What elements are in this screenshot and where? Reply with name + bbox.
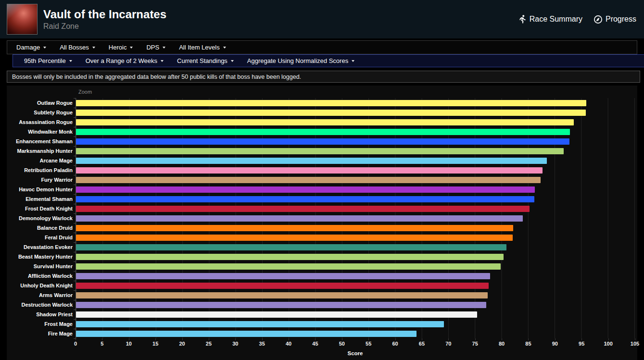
bar-fury-warrior[interactable]: [76, 177, 541, 183]
x-label-70: 70: [445, 341, 451, 347]
bar-arms-warrior[interactable]: [76, 292, 488, 298]
rankings-chart: Zoom Outlaw RogueSubtlety RogueAssassina…: [7, 86, 637, 360]
bar-enhancement-shaman[interactable]: [76, 138, 569, 145]
progress-link[interactable]: Progress: [594, 15, 636, 24]
x-label-50: 50: [339, 341, 345, 347]
y-label-balance-druid[interactable]: Balance Druid: [7, 223, 73, 233]
y-axis-tick: [74, 204, 76, 204]
notice-bar: Bosses will only be included in the aggr…: [7, 71, 640, 83]
bar-affliction-warlock[interactable]: [76, 273, 490, 279]
x-label-5: 5: [101, 341, 103, 347]
y-label-fury-warrior[interactable]: Fury Warrior: [7, 175, 73, 185]
y-label-havoc-demon-hunter[interactable]: Havoc Demon Hunter: [7, 185, 73, 194]
bar-frost-death-knight[interactable]: [76, 206, 530, 212]
menu-dps[interactable]: DPS: [139, 41, 172, 54]
x-label-90: 90: [552, 341, 558, 347]
bar-subtlety-rogue[interactable]: [76, 110, 586, 116]
y-label-demonology-warlock[interactable]: Demonology Warlock: [7, 213, 73, 223]
x-axis-tick: [528, 338, 529, 340]
zone-titles: Vault of the Incarnates Raid Zone: [43, 8, 166, 31]
y-label-subtlety-rogue[interactable]: Subtlety Rogue: [7, 108, 73, 117]
caret-down-icon: [352, 60, 354, 62]
bar-arcane-mage[interactable]: [76, 158, 547, 164]
y-label-affliction-warlock[interactable]: Affliction Warlock: [7, 271, 73, 281]
menu-damage[interactable]: Damage: [10, 41, 53, 54]
bar-windwalker-monk[interactable]: [76, 129, 570, 135]
bar-outlaw-rogue[interactable]: [76, 100, 586, 106]
y-label-outlaw-rogue[interactable]: Outlaw Rogue: [7, 98, 73, 108]
y-label-retribution-paladin[interactable]: Retribution Paladin: [7, 165, 73, 175]
menu-percentile[interactable]: 95th Percentile: [17, 55, 79, 67]
bar-balance-druid[interactable]: [76, 225, 513, 231]
menu-aggregate-mode[interactable]: Aggregate Using Normalized Scores: [240, 55, 361, 67]
y-label-enhancement-shaman[interactable]: Enhancement Shaman: [7, 137, 73, 146]
menu-current-standings[interactable]: Current Standings: [170, 55, 240, 67]
menu-date-range-label: Over a Range of 2 Weeks: [86, 57, 157, 64]
y-axis-tick: [74, 233, 76, 233]
bar-feral-druid[interactable]: [76, 235, 513, 241]
y-label-shadow-priest[interactable]: Shadow Priest: [7, 310, 73, 319]
x-axis-tick: [475, 338, 476, 340]
x-label-20: 20: [179, 341, 185, 347]
bar-shadow-priest[interactable]: [76, 311, 477, 318]
bar-destruction-warlock[interactable]: [76, 302, 486, 308]
bar-survival-hunter[interactable]: [76, 263, 501, 270]
y-axis-tick: [74, 156, 76, 156]
bar-demonology-warlock[interactable]: [76, 215, 523, 222]
bar-retribution-paladin[interactable]: [76, 167, 543, 174]
bar-frost-mage[interactable]: [76, 321, 444, 327]
x-axis-tick: [262, 338, 263, 340]
primary-menubar: Damage All Bosses Heroic DPS All Item Le…: [7, 40, 637, 54]
y-axis-tick: [74, 98, 76, 99]
x-axis-labels: 0510152025303540455055606570758085909510…: [76, 341, 635, 348]
y-label-frost-mage[interactable]: Frost Mage: [7, 319, 73, 329]
menu-all-bosses-label: All Bosses: [60, 44, 89, 51]
bar-unholy-death-knight[interactable]: [76, 283, 489, 289]
y-label-feral-druid[interactable]: Feral Druid: [7, 233, 73, 242]
x-axis-tick: [422, 338, 422, 340]
y-label-windwalker-monk[interactable]: Windwalker Monk: [7, 127, 73, 137]
bar-assassination-rogue[interactable]: [76, 119, 574, 125]
x-axis-tick: [608, 338, 609, 340]
y-axis-tick: [74, 127, 76, 127]
y-label-unholy-death-knight[interactable]: Unholy Death Knight: [7, 281, 73, 290]
y-label-survival-hunter[interactable]: Survival Hunter: [7, 261, 73, 271]
menu-all-bosses[interactable]: All Bosses: [53, 41, 102, 54]
x-axis-tick: [502, 338, 502, 340]
y-label-arms-warrior[interactable]: Arms Warrior: [7, 290, 73, 300]
notice-text: Bosses will only be included in the aggr…: [12, 74, 301, 80]
y-axis-tick: [74, 290, 76, 291]
y-axis-tick: [74, 185, 76, 185]
bar-devastation-evoker[interactable]: [76, 244, 506, 250]
y-axis-tick: [74, 300, 76, 300]
x-axis-tick: [129, 338, 129, 340]
x-axis-tick: [182, 338, 183, 340]
y-axis-tick: [74, 252, 76, 252]
bar-marksmanship-hunter[interactable]: [76, 148, 564, 154]
y-axis-tick: [74, 223, 76, 223]
y-label-devastation-evoker[interactable]: Devastation Evoker: [7, 242, 73, 252]
y-label-destruction-warlock[interactable]: Destruction Warlock: [7, 300, 73, 310]
menu-heroic[interactable]: Heroic: [102, 41, 140, 54]
menu-dps-label: DPS: [146, 44, 159, 51]
x-label-40: 40: [286, 341, 291, 347]
y-label-elemental-shaman[interactable]: Elemental Shaman: [7, 194, 73, 204]
bar-beast-mastery-hunter[interactable]: [76, 254, 504, 260]
bar-havoc-demon-hunter[interactable]: [76, 186, 535, 193]
menu-percentile-label: 95th Percentile: [24, 57, 66, 64]
y-label-assassination-rogue[interactable]: Assassination Rogue: [7, 117, 73, 127]
race-summary-link[interactable]: Race Summary: [519, 15, 582, 24]
bar-fire-mage[interactable]: [76, 331, 417, 337]
y-label-marksmanship-hunter[interactable]: Marksmanship Hunter: [7, 146, 73, 156]
y-label-fire-mage[interactable]: Fire Mage: [7, 329, 73, 338]
menu-date-range[interactable]: Over a Range of 2 Weeks: [79, 55, 170, 67]
y-label-frost-death-knight[interactable]: Frost Death Knight: [7, 204, 73, 213]
y-label-arcane-mage[interactable]: Arcane Mage: [7, 156, 73, 165]
bar-elemental-shaman[interactable]: [76, 196, 534, 202]
compass-icon: [594, 15, 602, 24]
menu-all-item-levels[interactable]: All Item Levels: [172, 41, 233, 54]
y-label-beast-mastery-hunter[interactable]: Beast Mastery Hunter: [7, 252, 73, 261]
progress-label: Progress: [606, 15, 636, 24]
y-axis-tick: [74, 213, 76, 214]
y-axis-tick: [74, 194, 76, 195]
